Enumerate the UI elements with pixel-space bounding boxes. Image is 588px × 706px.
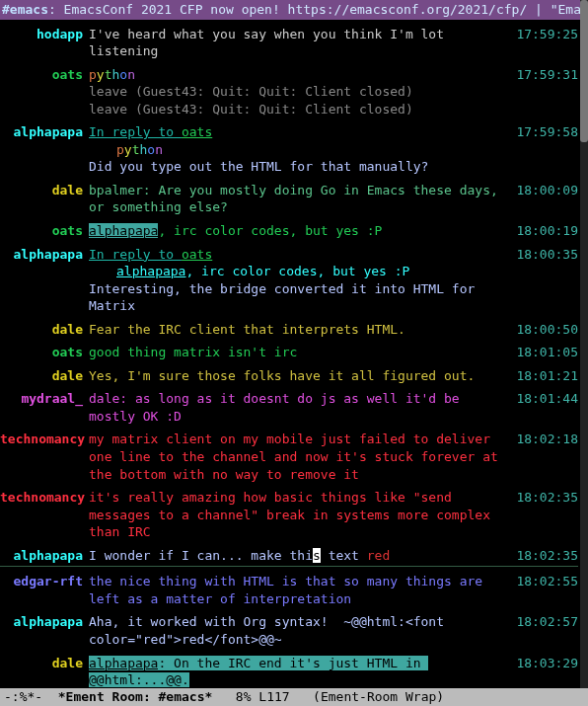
message-body: Did you type out the HTML for that manua… bbox=[89, 158, 515, 176]
message-row: alphapapaI wonder if I can... make this … bbox=[0, 547, 578, 565]
modeline-mode: (Ement-Room Wrap) bbox=[290, 688, 445, 706]
message-body: alphapapa: On the IRC end it's just HTML… bbox=[89, 655, 515, 689]
nick-column: dale bbox=[0, 655, 89, 672]
timestamp: 18:01:05 bbox=[515, 344, 578, 361]
channel-header: #emacs: EmacsConf 2021 CFP now open! htt… bbox=[0, 0, 580, 20]
message-body: leave (Guest43: Quit: Quit: Client close… bbox=[89, 101, 515, 118]
nick: mydraal_ bbox=[21, 391, 83, 406]
modeline-flags: -:%*- bbox=[4, 688, 58, 706]
message-row: daleYes, I'm sure those folks have it al… bbox=[0, 367, 578, 385]
nick: hodapp bbox=[37, 27, 83, 41]
timestamp: 18:01:21 bbox=[515, 367, 578, 385]
nick-column: technomancy bbox=[0, 489, 89, 507]
nick: oats bbox=[52, 223, 83, 238]
message-row: Did you type out the HTML for that manua… bbox=[0, 158, 578, 176]
message-body: I've heard what you say when you think I… bbox=[89, 26, 515, 60]
message-row: oatspython17:59:31 bbox=[0, 66, 578, 84]
nick: alphapapa bbox=[14, 124, 83, 139]
nick-column: dale bbox=[0, 182, 89, 199]
modeline-percent: 8% bbox=[212, 688, 258, 706]
nick: dale bbox=[52, 368, 83, 383]
nick: dale bbox=[52, 656, 83, 670]
message-row: dalealphapapa: On the IRC end it's just … bbox=[0, 655, 578, 689]
message-body: alphapapa, irc color codes, but yes :P bbox=[89, 222, 515, 240]
message-row: hodappI've heard what you say when you t… bbox=[0, 26, 578, 60]
timestamp: 18:02:55 bbox=[515, 573, 578, 590]
timestamp: 18:00:09 bbox=[515, 182, 578, 199]
timestamp: 18:00:50 bbox=[515, 321, 578, 339]
message-body: dale: as long as it doesnt do js as well… bbox=[89, 390, 515, 425]
timestamp: 18:03:29 bbox=[515, 655, 578, 672]
message-row: oatsgood thing matrix isn't irc18:01:05 bbox=[0, 344, 578, 361]
scrollbar-thumb[interactable] bbox=[580, 0, 588, 142]
message-body: good thing matrix isn't irc bbox=[89, 344, 515, 361]
message-row: daleFear the IRC client that interprets … bbox=[0, 321, 578, 339]
message-body: the nice thing with HTML is that so many… bbox=[89, 573, 515, 607]
message-body: it's really amazing how basic things lik… bbox=[89, 489, 515, 541]
channel-topic: : EmacsConf 2021 CFP now open! https://e… bbox=[48, 2, 580, 17]
message-row: alphapapaAha, it worked with Org syntax!… bbox=[0, 613, 578, 648]
message-row: oatsalphapapa, irc color codes, but yes … bbox=[0, 222, 578, 240]
nick: technomancy bbox=[0, 431, 85, 446]
message-row: alphapapaIn reply to oatsalphapapa, irc … bbox=[0, 246, 578, 280]
modeline-buffer: *Ement Room: #emacs* bbox=[58, 688, 213, 706]
message-row: technomancyit's really amazing how basic… bbox=[0, 489, 578, 541]
nick-column: oats bbox=[0, 222, 89, 240]
nick-column: alphapapa bbox=[0, 123, 89, 141]
message-row: alphapapaIn reply to oatspython17:59:58 bbox=[0, 123, 578, 158]
nick-column: dale bbox=[0, 321, 89, 339]
message-row: leave (Guest43: Quit: Quit: Client close… bbox=[0, 101, 578, 118]
nick-column: alphapapa bbox=[0, 613, 89, 631]
message-row: leave (Guest43: Quit: Quit: Client close… bbox=[0, 83, 578, 101]
nick: dale bbox=[52, 183, 83, 197]
nick: dale bbox=[52, 322, 83, 337]
message-row: mydraal_dale: as long as it doesnt do js… bbox=[0, 390, 578, 425]
nick: oats bbox=[52, 67, 83, 82]
nick: alphapapa bbox=[14, 614, 83, 629]
channel-name: #emacs bbox=[2, 2, 48, 17]
nick-column: dale bbox=[0, 367, 89, 385]
timestamp: 18:00:19 bbox=[515, 222, 578, 240]
scrollbar[interactable] bbox=[580, 0, 588, 688]
message-body: my matrix client on my mobile just faile… bbox=[89, 431, 515, 483]
nick-column: hodapp bbox=[0, 26, 89, 43]
modeline-position: L117 bbox=[258, 688, 289, 706]
timestamp: 18:01:44 bbox=[515, 390, 578, 408]
message-body: leave (Guest43: Quit: Quit: Client close… bbox=[89, 83, 515, 101]
message-body: In reply to oatsalphapapa, irc color cod… bbox=[89, 246, 515, 280]
nick-column: mydraal_ bbox=[0, 390, 89, 408]
timestamp: 18:00:35 bbox=[515, 246, 578, 264]
message-body: python bbox=[89, 66, 515, 84]
nick: technomancy bbox=[0, 490, 85, 505]
message-body: Aha, it worked with Org syntax! ~@@html:… bbox=[89, 613, 515, 648]
nick: alphapapa bbox=[14, 548, 83, 563]
message-row: dalebpalmer: Are you mostly doing Go in … bbox=[0, 182, 578, 216]
nick-column: alphapapa bbox=[0, 246, 89, 264]
timestamp: 17:59:25 bbox=[515, 26, 578, 43]
nick-column: technomancy bbox=[0, 431, 89, 448]
message-body: Interesting, the bridge converted it int… bbox=[89, 280, 515, 315]
message-row: edgar-rftthe nice thing with HTML is tha… bbox=[0, 573, 578, 607]
message-body: bpalmer: Are you mostly doing Go in Emac… bbox=[89, 182, 515, 216]
message-body: Yes, I'm sure those folks have it all fi… bbox=[89, 367, 515, 385]
modeline: -:%*- *Ement Room: #emacs* 8% L117 (Emen… bbox=[0, 688, 588, 706]
nick-column: oats bbox=[0, 344, 89, 361]
timestamp: 18:02:18 bbox=[515, 431, 578, 448]
timestamp: 18:02:57 bbox=[515, 613, 578, 631]
timestamp: 17:59:58 bbox=[515, 123, 578, 141]
timestamp: 17:59:31 bbox=[515, 66, 578, 84]
message-body: I wonder if I can... make this text red bbox=[89, 547, 515, 565]
message-row: technomancymy matrix client on my mobile… bbox=[0, 431, 578, 483]
message-body: Fear the IRC client that interprets HTML… bbox=[89, 321, 515, 339]
nick: edgar-rft bbox=[14, 574, 83, 588]
message-body: In reply to oatspython bbox=[89, 123, 515, 158]
nick: oats bbox=[52, 345, 83, 359]
nick-column: edgar-rft bbox=[0, 573, 89, 590]
message-row: Interesting, the bridge converted it int… bbox=[0, 280, 578, 315]
timestamp: 18:02:35 bbox=[515, 489, 578, 507]
nick-column: alphapapa bbox=[0, 547, 89, 565]
message-list: hodappI've heard what you say when you t… bbox=[0, 26, 580, 688]
nick-column: oats bbox=[0, 66, 89, 84]
timestamp: 18:02:35 bbox=[515, 547, 578, 565]
nick: alphapapa bbox=[14, 247, 83, 262]
